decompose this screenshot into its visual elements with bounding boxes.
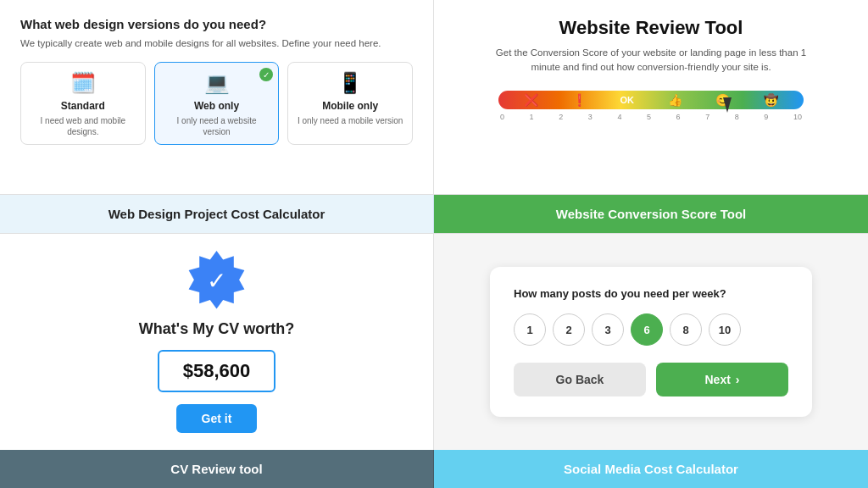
next-arrow-icon: › — [736, 373, 740, 386]
card-option-standard[interactable]: 🗓️ Standard I need web and mobile design… — [20, 62, 146, 145]
conversion-gauge: ❌ ❗ OK 👍 😊 🤠 0 1 2 3 4 5 6 7 8 9 10 — [498, 91, 804, 121]
standard-desc: I need web and mobile designs. — [30, 115, 136, 137]
web-icon: 💻 — [204, 71, 230, 95]
web-only-desc: I only need a website version — [164, 115, 270, 137]
gauge-icon-ok: OK — [620, 95, 634, 105]
cv-get-button[interactable]: Get it — [176, 404, 258, 433]
web-design-label-text: Web Design Project Cost Calculator — [108, 207, 326, 221]
quiz-actions: Go Back Next › — [514, 363, 788, 396]
standard-icon: 🗓️ — [70, 71, 96, 95]
card-option-mobile-only[interactable]: 📱 Mobile only I only need a mobile versi… — [287, 62, 413, 145]
gauge-icon-warn: ❗ — [572, 93, 587, 107]
cv-value: $58,600 — [158, 350, 276, 392]
web-design-question: What web design versions do you need? — [20, 17, 413, 31]
cv-title: What's My CV worth? — [139, 320, 294, 338]
card-option-web-only[interactable]: ✓ 💻 Web only I only need a website versi… — [154, 62, 280, 145]
gauge-icon-x: ❌ — [524, 93, 538, 107]
go-back-button[interactable]: Go Back — [514, 363, 646, 396]
review-tool-subtitle: Get the Conversion Score of your website… — [490, 46, 812, 75]
cv-review-label: CV Review tool — [0, 450, 434, 488]
review-tool-title: Website Review Tool — [559, 17, 743, 39]
mobile-only-desc: I only need a mobile version — [298, 115, 403, 126]
quiz-option-1[interactable]: 1 — [514, 313, 546, 346]
mobile-only-label: Mobile only — [322, 100, 378, 112]
next-button[interactable]: Next › — [656, 363, 788, 396]
website-conversion-label-text: Website Conversion Score Tool — [556, 207, 747, 221]
quiz-card: How many posts do you need per week? 1 2… — [490, 267, 812, 417]
design-options-group: 🗓️ Standard I need web and mobile design… — [20, 62, 413, 145]
gauge-bar: ❌ ❗ OK 👍 😊 🤠 — [498, 91, 804, 109]
cv-badge-icon: ✓ — [187, 251, 247, 310]
quiz-option-2[interactable]: 2 — [553, 313, 585, 346]
cv-review-panel: ✓ What's My CV worth? $58,600 Get it — [0, 233, 434, 450]
next-label: Next — [704, 373, 730, 386]
mobile-icon: 📱 — [337, 71, 363, 95]
gauge-numbers: 0 1 2 3 4 5 6 7 8 9 10 — [498, 113, 804, 121]
web-design-subtitle: We typically create web and mobile desig… — [20, 36, 413, 50]
gauge-icons-row: ❌ ❗ OK 👍 😊 🤠 — [498, 91, 804, 109]
gauge-needle — [723, 97, 732, 113]
web-design-calculator-panel: What web design versions do you need? We… — [0, 0, 434, 195]
website-review-panel: Website Review Tool Get the Conversion S… — [434, 0, 868, 195]
web-design-calculator-label: Web Design Project Cost Calculator — [0, 195, 434, 233]
quiz-options-group: 1 2 3 6 8 10 — [514, 313, 788, 346]
quiz-option-10[interactable]: 10 — [709, 313, 741, 346]
quiz-option-8[interactable]: 8 — [670, 313, 702, 346]
gauge-icon-cowboy: 🤠 — [764, 93, 778, 107]
website-conversion-label: Website Conversion Score Tool — [434, 195, 868, 233]
quiz-option-3[interactable]: 3 — [592, 313, 624, 346]
social-media-calculator-panel: How many posts do you need per week? 1 2… — [434, 233, 868, 450]
quiz-question: How many posts do you need per week? — [514, 287, 788, 300]
quiz-option-6[interactable]: 6 — [631, 313, 663, 346]
standard-label: Standard — [61, 100, 105, 112]
web-only-label: Web only — [194, 100, 239, 112]
social-media-label-text: Social Media Cost Calculator — [564, 462, 738, 476]
gauge-icon-thumb: 👍 — [668, 93, 682, 107]
selected-check-icon: ✓ — [259, 68, 273, 81]
social-media-calculator-label: Social Media Cost Calculator — [434, 450, 868, 488]
cv-review-label-text: CV Review tool — [170, 462, 262, 476]
